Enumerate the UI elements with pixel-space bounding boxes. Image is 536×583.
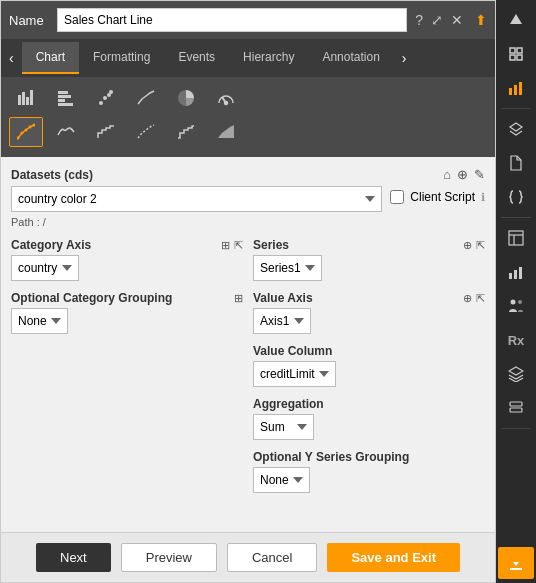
svg-rect-38 <box>510 568 522 570</box>
value-axis-icons: ⊕ ⇱ <box>463 292 485 305</box>
svg-rect-36 <box>510 402 522 406</box>
svg-rect-37 <box>510 408 522 412</box>
svg-point-9 <box>103 96 107 100</box>
optional-category-grid-icon[interactable]: ⊞ <box>234 292 243 305</box>
right-column: Series ⊕ ⇱ Series1 Value Axis <box>253 238 485 503</box>
chart-type-wave[interactable] <box>49 117 83 147</box>
sidebar-icon-braces[interactable] <box>498 181 534 213</box>
value-column-label: Value Column <box>253 344 332 358</box>
sidebar-icon-stack[interactable] <box>498 392 534 424</box>
sidebar-icon-rx[interactable]: Rx <box>498 324 534 356</box>
aggregation-label-row: Aggregation <box>253 397 485 411</box>
value-axis-add-icon[interactable]: ⊕ <box>463 292 472 305</box>
chart-type-bar-h[interactable] <box>49 83 83 113</box>
value-axis-label: Value Axis <box>253 291 313 305</box>
next-button[interactable]: Next <box>36 543 111 572</box>
value-column-group: Value Column creditLimit <box>253 344 485 387</box>
svg-rect-31 <box>514 270 517 279</box>
cancel-button[interactable]: Cancel <box>227 543 317 572</box>
content-area: Datasets (cds) ⌂ ⊕ ✎ country color 2 Cli… <box>1 157 495 532</box>
chart-type-pie[interactable] <box>169 83 203 113</box>
svg-point-16 <box>25 129 28 132</box>
chart-name-input[interactable] <box>57 8 407 32</box>
category-axis-label: Category Axis <box>11 238 91 252</box>
chart-type-dot-line[interactable] <box>129 117 163 147</box>
svg-rect-20 <box>517 48 522 53</box>
category-axis-select[interactable]: country <box>11 255 79 281</box>
preview-button[interactable]: Preview <box>121 543 217 572</box>
aggregation-select[interactable]: Sum Count Avg Max Min <box>253 414 314 440</box>
value-axis-nav-icon[interactable]: ⇱ <box>476 292 485 305</box>
category-axis-nav-icon[interactable]: ⇱ <box>234 239 243 252</box>
svg-marker-35 <box>509 367 523 375</box>
optional-y-series-select[interactable]: None <box>253 467 310 493</box>
tab-formatting[interactable]: Formatting <box>79 42 164 74</box>
svg-rect-22 <box>517 55 522 60</box>
help-icon[interactable]: ? <box>415 12 423 28</box>
sidebar-icon-layers[interactable] <box>498 113 534 145</box>
sidebar-icon-grid[interactable] <box>498 38 534 70</box>
datasets-edit-icon[interactable]: ✎ <box>474 167 485 182</box>
sidebar-icon-bar-chart[interactable] <box>498 256 534 288</box>
header-icons: ? ⤢ ✕ ⬆ <box>415 12 487 28</box>
tab-hierarchy[interactable]: Hierarchy <box>229 42 308 74</box>
value-axis-label-row: Value Axis ⊕ ⇱ <box>253 291 485 305</box>
sidebar-icon-arrow-up[interactable] <box>498 4 534 36</box>
client-script-checkbox[interactable] <box>390 190 404 204</box>
chart-type-bar-area[interactable] <box>209 117 243 147</box>
svg-rect-4 <box>58 91 68 94</box>
sidebar-icon-layers2[interactable] <box>498 358 534 390</box>
chart-type-step[interactable] <box>89 117 123 147</box>
tab-right-arrow[interactable]: › <box>394 50 415 66</box>
tabs-bar: ‹ Chart Formatting Events Hierarchy Anno… <box>1 39 495 77</box>
tab-chart[interactable]: Chart <box>22 42 79 74</box>
close-icon[interactable]: ✕ <box>451 12 463 28</box>
tab-events[interactable]: Events <box>164 42 229 74</box>
sidebar-icon-download[interactable] <box>498 547 534 579</box>
svg-rect-23 <box>509 88 512 95</box>
chart-type-bar[interactable] <box>9 83 43 113</box>
sidebar-divider1 <box>501 108 531 109</box>
svg-rect-30 <box>509 273 512 279</box>
optional-category-select[interactable]: None <box>11 308 68 334</box>
category-axis-grid-icon[interactable]: ⊞ <box>221 239 230 252</box>
datasets-add-icon[interactable]: ⊕ <box>457 167 468 182</box>
chart-type-line[interactable] <box>129 83 163 113</box>
optional-y-series-label-row: Optional Y Series Grouping <box>253 450 485 464</box>
value-column-select[interactable]: creditLimit <box>253 361 336 387</box>
series-label: Series <box>253 238 289 252</box>
value-column-label-row: Value Column <box>253 344 485 358</box>
tab-annotation[interactable]: Annotation <box>308 42 393 74</box>
path-row: Path : / <box>11 216 485 228</box>
two-col-layout: Category Axis ⊞ ⇱ country Optional Categ… <box>11 238 485 503</box>
sidebar-divider3 <box>501 428 531 429</box>
sidebar-icon-people[interactable] <box>498 290 534 322</box>
aggregation-label: Aggregation <box>253 397 324 411</box>
resize-icon[interactable]: ⤢ <box>431 12 443 28</box>
sidebar-icon-table-chart[interactable] <box>498 222 534 254</box>
svg-marker-26 <box>510 123 522 131</box>
sidebar-icon-chart[interactable] <box>498 72 534 104</box>
save-exit-button[interactable]: Save and Exit <box>327 543 460 572</box>
optional-category-group: Optional Category Grouping ⊞ None <box>11 291 243 334</box>
chart-icons-row1 <box>9 83 487 113</box>
aggregation-group: Aggregation Sum Count Avg Max Min <box>253 397 485 440</box>
chart-type-step2[interactable] <box>169 117 203 147</box>
datasets-select[interactable]: country color 2 <box>11 186 382 212</box>
value-axis-group: Value Axis ⊕ ⇱ Axis1 <box>253 291 485 334</box>
chart-type-gauge[interactable] <box>209 83 243 113</box>
chart-type-scatter[interactable] <box>89 83 123 113</box>
sidebar-icon-file[interactable] <box>498 147 534 179</box>
svg-point-34 <box>518 300 522 304</box>
svg-rect-19 <box>510 48 515 53</box>
tab-left-arrow[interactable]: ‹ <box>1 50 22 66</box>
chart-type-line-active[interactable] <box>9 117 43 147</box>
series-select[interactable]: Series1 <box>253 255 322 281</box>
series-nav-icon[interactable]: ⇱ <box>476 239 485 252</box>
series-add-icon[interactable]: ⊕ <box>463 239 472 252</box>
datasets-home-icon[interactable]: ⌂ <box>443 167 451 182</box>
collapse-icon[interactable]: ⬆ <box>475 12 487 28</box>
datasets-header: Datasets (cds) ⌂ ⊕ ✎ <box>11 167 485 182</box>
optional-y-series-group: Optional Y Series Grouping None <box>253 450 485 493</box>
value-axis-select[interactable]: Axis1 <box>253 308 311 334</box>
